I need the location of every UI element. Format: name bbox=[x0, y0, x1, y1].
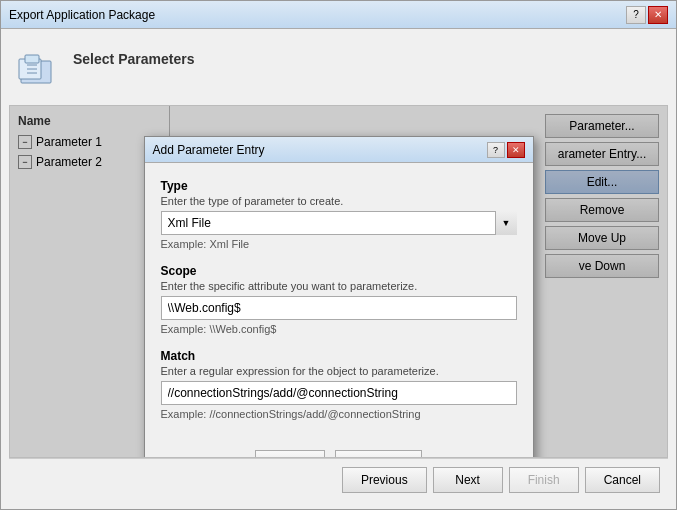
outer-content: Select Parameters Name − Parameter 1 − P… bbox=[1, 29, 676, 509]
match-section: Match Enter a regular expression for the… bbox=[161, 349, 517, 420]
scope-input-wrapper bbox=[161, 296, 517, 320]
next-button[interactable]: Next bbox=[433, 467, 503, 493]
main-panel: Name − Parameter 1 − Parameter 2 Paramet… bbox=[9, 105, 668, 458]
type-description: Enter the type of parameter to create. bbox=[161, 195, 517, 207]
match-label: Match bbox=[161, 349, 517, 363]
scope-example: Example: \\Web.config$ bbox=[161, 323, 517, 335]
type-section: Type Enter the type of parameter to crea… bbox=[161, 179, 517, 250]
modal-content: Type Enter the type of parameter to crea… bbox=[145, 163, 533, 458]
app-icon bbox=[13, 45, 61, 93]
ok-button[interactable]: OK bbox=[255, 450, 325, 458]
modal-close-button[interactable]: ✕ bbox=[507, 142, 525, 158]
scope-label: Scope bbox=[161, 264, 517, 278]
scope-description: Enter the specific attribute you want to… bbox=[161, 280, 517, 292]
type-select[interactable]: Xml File bbox=[161, 211, 517, 235]
type-example: Example: Xml File bbox=[161, 238, 517, 250]
modal-actions: OK Cancel bbox=[161, 440, 517, 458]
outer-window: Export Application Package ? ✕ Select Pa… bbox=[0, 0, 677, 510]
modal-title: Add Parameter Entry bbox=[153, 143, 485, 157]
type-select-wrapper: Xml File ▼ bbox=[161, 211, 517, 235]
match-description: Enter a regular expression for the objec… bbox=[161, 365, 517, 377]
outer-header: Select Parameters bbox=[9, 37, 668, 101]
type-label: Type bbox=[161, 179, 517, 193]
outer-titlebar: Export Application Package ? ✕ bbox=[1, 1, 676, 29]
outer-help-button[interactable]: ? bbox=[626, 6, 646, 24]
match-input-wrapper bbox=[161, 381, 517, 405]
match-example: Example: //connectionStrings/add/@connec… bbox=[161, 408, 517, 420]
svg-rect-2 bbox=[25, 55, 39, 63]
outer-close-button[interactable]: ✕ bbox=[648, 6, 668, 24]
page-title: Select Parameters bbox=[73, 45, 194, 67]
scope-section: Scope Enter the specific attribute you w… bbox=[161, 264, 517, 335]
outer-window-title: Export Application Package bbox=[9, 8, 624, 22]
bottom-navigation: Previous Next Finish Cancel bbox=[9, 458, 668, 501]
cancel-modal-button[interactable]: Cancel bbox=[335, 450, 422, 458]
modal-help-button[interactable]: ? bbox=[487, 142, 505, 158]
modal-dialog: Add Parameter Entry ? ✕ Type Enter the t… bbox=[144, 136, 534, 458]
modal-overlay: Add Parameter Entry ? ✕ Type Enter the t… bbox=[10, 106, 667, 457]
scope-input[interactable] bbox=[162, 297, 516, 319]
cancel-button[interactable]: Cancel bbox=[585, 467, 660, 493]
finish-button[interactable]: Finish bbox=[509, 467, 579, 493]
previous-button[interactable]: Previous bbox=[342, 467, 427, 493]
modal-titlebar: Add Parameter Entry ? ✕ bbox=[145, 137, 533, 163]
match-input[interactable] bbox=[162, 382, 516, 404]
